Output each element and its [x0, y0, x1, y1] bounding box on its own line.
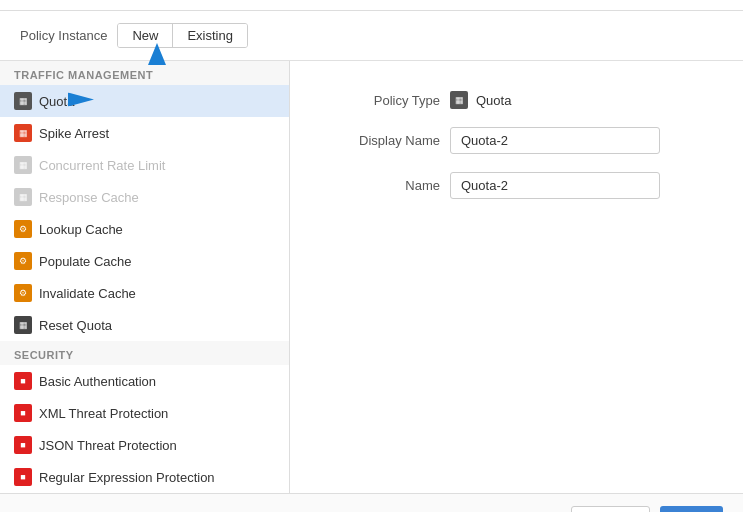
policy-instance-row: Policy Instance New Existing	[0, 11, 743, 60]
list-item-json-threat[interactable]: ■ JSON Threat Protection	[0, 429, 289, 461]
svg-marker-0	[148, 43, 166, 65]
regex-protect-label: Regular Expression Protection	[39, 470, 215, 485]
add-button[interactable]: Add	[660, 506, 723, 512]
populate-cache-icon: ⚙	[14, 252, 32, 270]
xml-threat-label: XML Threat Protection	[39, 406, 168, 421]
list-item-reset-quota[interactable]: ▦ Reset Quota	[0, 309, 289, 341]
list-item-spike-arrest[interactable]: ▦ Spike Arrest	[0, 117, 289, 149]
reset-quota-icon: ▦	[14, 316, 32, 334]
left-panel: TRAFFIC MANAGEMENT ▦ Quota ▦ Spike Arres…	[0, 61, 290, 493]
list-item-regex-protect[interactable]: ■ Regular Expression Protection	[0, 461, 289, 493]
display-name-input[interactable]	[450, 127, 660, 154]
right-panel: Policy Type ▦ Quota Display Name Name	[290, 61, 743, 493]
concurrent-label: Concurrent Rate Limit	[39, 158, 165, 173]
regex-protect-icon: ■	[14, 468, 32, 486]
add-step-modal: Add Step × Policy Instance New Existing …	[0, 0, 743, 512]
cancel-button[interactable]: Cancel	[571, 506, 649, 512]
svg-marker-1	[68, 93, 94, 107]
quota-arrow-indicator	[68, 93, 94, 110]
concurrent-icon: ▦	[14, 156, 32, 174]
section-security: SECURITY	[0, 341, 289, 365]
policy-type-icon: ▦	[450, 91, 468, 109]
list-item-xml-threat[interactable]: ■ XML Threat Protection	[0, 397, 289, 429]
json-threat-label: JSON Threat Protection	[39, 438, 177, 453]
lookup-cache-icon: ⚙	[14, 220, 32, 238]
policy-instance-label: Policy Instance	[20, 28, 107, 43]
content-area: TRAFFIC MANAGEMENT ▦ Quota ▦ Spike Arres…	[0, 60, 743, 493]
modal-header: Add Step ×	[0, 0, 743, 11]
name-input[interactable]	[450, 172, 660, 199]
policy-type-text: Quota	[476, 93, 511, 108]
reset-quota-label: Reset Quota	[39, 318, 112, 333]
list-item-concurrent-rate-limit: ▦ Concurrent Rate Limit	[0, 149, 289, 181]
list-item-lookup-cache[interactable]: ⚙ Lookup Cache	[0, 213, 289, 245]
name-row: Name	[330, 172, 703, 199]
lookup-cache-label: Lookup Cache	[39, 222, 123, 237]
spike-arrest-label: Spike Arrest	[39, 126, 109, 141]
list-item-populate-cache[interactable]: ⚙ Populate Cache	[0, 245, 289, 277]
display-name-row: Display Name	[330, 127, 703, 154]
basic-auth-icon: ■	[14, 372, 32, 390]
basic-auth-label: Basic Authentication	[39, 374, 156, 389]
invalidate-cache-label: Invalidate Cache	[39, 286, 136, 301]
modal-footer: Cancel Add	[0, 493, 743, 512]
json-threat-icon: ■	[14, 436, 32, 454]
populate-cache-label: Populate Cache	[39, 254, 132, 269]
quota-icon: ▦	[14, 92, 32, 110]
policy-type-row: Policy Type ▦ Quota	[330, 91, 703, 109]
toggle-group: New Existing	[117, 23, 248, 48]
existing-button[interactable]: Existing	[173, 24, 247, 47]
list-item-response-cache: ▦ Response Cache	[0, 181, 289, 213]
policy-type-label: Policy Type	[330, 93, 440, 108]
policy-type-value: ▦ Quota	[450, 91, 511, 109]
section-traffic-management: TRAFFIC MANAGEMENT	[0, 61, 289, 85]
list-item-basic-auth[interactable]: ■ Basic Authentication	[0, 365, 289, 397]
spike-arrest-icon: ▦	[14, 124, 32, 142]
xml-threat-icon: ■	[14, 404, 32, 422]
list-item-quota[interactable]: ▦ Quota	[0, 85, 289, 117]
response-cache-icon: ▦	[14, 188, 32, 206]
list-item-invalidate-cache[interactable]: ⚙ Invalidate Cache	[0, 277, 289, 309]
new-arrow-indicator	[148, 43, 166, 68]
display-name-label: Display Name	[330, 133, 440, 148]
name-label: Name	[330, 178, 440, 193]
invalidate-cache-icon: ⚙	[14, 284, 32, 302]
response-cache-label: Response Cache	[39, 190, 139, 205]
